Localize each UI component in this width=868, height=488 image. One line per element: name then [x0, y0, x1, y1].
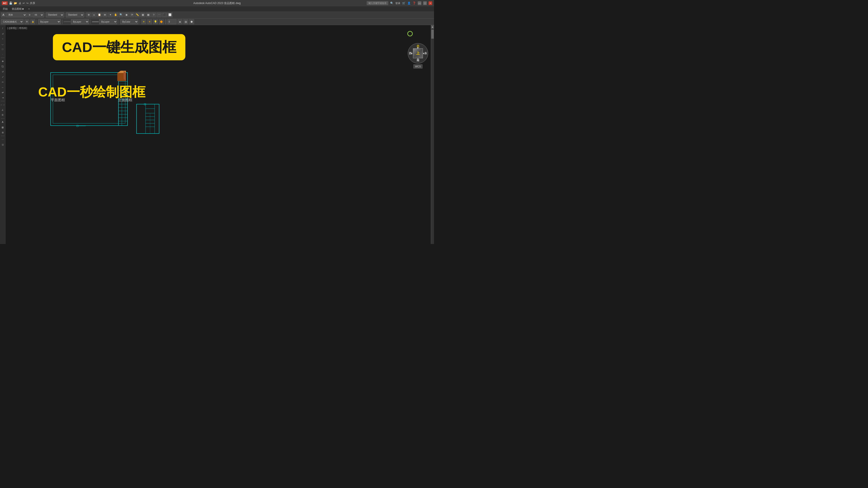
cursor-indicator: [407, 31, 413, 36]
measure-icon[interactable]: 📏: [135, 12, 140, 18]
toolbar-row2: CAD经典模式 ⚙ 🔒 ByLayer ByLayer ByLayer ByCo…: [0, 19, 434, 25]
maximize-button[interactable]: □: [423, 1, 427, 5]
svg-rect-20: [76, 125, 78, 127]
search-icon[interactable]: 🔍: [390, 2, 394, 5]
more-icon[interactable]: ⋯: [157, 12, 162, 18]
field-icon[interactable]: ⬜: [167, 12, 173, 18]
num-input[interactable]: [167, 19, 177, 24]
title-bar: AC 💾 📂 🖨 ↩ ↪ 共享 Autodesk AutoCAD 2023 壹品…: [0, 0, 434, 6]
layer-selector[interactable]: ByLayer: [38, 19, 61, 24]
minimize-button[interactable]: —: [418, 1, 421, 5]
svg-marker-18: [117, 71, 126, 73]
sun-icon[interactable]: ☀: [141, 19, 146, 24]
modify-extend-btn[interactable]: ↔: [0, 85, 5, 90]
menu-start[interactable]: 开始: [1, 7, 9, 11]
window-title: Autodesk AutoCAD 2023 壹品图框.dwg: [193, 1, 241, 5]
open-icon[interactable]: 📂: [14, 2, 17, 5]
navigation-cube[interactable]: 北 南 东 西 ▶ ▼ ▶ ◀ 上 WCS: [408, 43, 428, 68]
west-arrow[interactable]: ◀: [411, 52, 412, 55]
3d-icon[interactable]: ◉: [124, 12, 129, 18]
help-icon[interactable]: ❓: [412, 2, 416, 5]
extra1-btn[interactable]: ⋯: [0, 137, 5, 142]
table2-icon[interactable]: ▦: [146, 12, 151, 18]
view-cube-center[interactable]: 上: [413, 48, 423, 58]
help2-icon[interactable]: ?: [151, 12, 156, 18]
hatch-btn[interactable]: ▦: [0, 125, 5, 129]
yellow-banner: CAD一键生成图框: [53, 34, 185, 60]
account-icon[interactable]: 👤: [407, 2, 411, 5]
font-size-selector[interactable]: nb: [33, 12, 44, 18]
settings-icon[interactable]: ⚙: [24, 19, 29, 24]
block-icon[interactable]: ⬛: [162, 12, 167, 18]
layer-icon[interactable]: ≡: [92, 12, 96, 18]
modify-scale-btn[interactable]: ⤢: [0, 74, 5, 79]
linetype-selector[interactable]: ByLayer: [71, 19, 89, 24]
workspace-selector[interactable]: CAD经典模式: [1, 19, 24, 24]
pan-icon[interactable]: ✋: [113, 12, 118, 18]
toolbar-separator-5: [62, 20, 62, 24]
font-selector[interactable]: 黑体: [6, 12, 27, 18]
extra2-btn[interactable]: ⊡: [0, 142, 5, 147]
modify-mirror-btn[interactable]: ⇌: [0, 90, 5, 95]
font-settings-icon[interactable]: ⚙: [27, 12, 32, 18]
match-icon[interactable]: ✦: [108, 12, 113, 18]
right-scrollbar[interactable]: ▲ ▼: [431, 25, 434, 244]
undo-icon[interactable]: ↩: [23, 2, 25, 5]
lineweight-selector[interactable]: ByLayer: [99, 19, 117, 24]
table-icon[interactable]: ▦: [141, 12, 145, 18]
south-arrow[interactable]: ▼: [417, 58, 419, 60]
toolbar-row1: A 黑体 ⚙ nb Standard Standard ⊕ ≡ 📋 👁 ✦ ✋ …: [0, 11, 434, 19]
orbit-icon[interactable]: ⟳: [129, 12, 134, 18]
menu-current-file[interactable]: 壹品图框★: [10, 7, 26, 11]
login-button[interactable]: 登录: [395, 2, 400, 5]
modify-offset-btn[interactable]: ⇥: [0, 95, 5, 100]
text-icon[interactable]: A: [1, 12, 6, 18]
snap-icon[interactable]: ⊕: [86, 12, 91, 18]
light-icon[interactable]: 💡: [153, 19, 158, 24]
menu-add-tab[interactable]: +: [26, 7, 31, 11]
north-arrow[interactable]: ▶: [417, 46, 419, 49]
render2-icon[interactable]: ◈: [178, 19, 182, 24]
modify-trim-btn[interactable]: ✂: [0, 80, 5, 84]
zoom-icon[interactable]: 🔍: [119, 12, 124, 18]
redo-icon[interactable]: ↪: [26, 2, 29, 5]
block-btn[interactable]: ⊞: [0, 130, 5, 135]
save-icon[interactable]: 💾: [9, 2, 12, 5]
close-button[interactable]: ✕: [429, 1, 432, 5]
east-arrow[interactable]: ▶: [423, 52, 425, 55]
draw-point-btn[interactable]: ·: [0, 52, 5, 57]
sun2-icon[interactable]: ☀: [147, 19, 152, 24]
draw-poly-btn[interactable]: ⊿: [0, 31, 5, 36]
draw-arc-btn[interactable]: ◡: [0, 41, 5, 46]
canvas-area[interactable]: [-][俯视][二维线框] CAD一键生成图框: [5, 25, 431, 244]
style1-selector[interactable]: Standard: [46, 12, 64, 18]
scroll-up-btn[interactable]: ▲: [431, 25, 434, 29]
modify-move-btn[interactable]: ✥: [0, 59, 5, 64]
print-icon[interactable]: 🖨: [19, 2, 21, 5]
compass-rose[interactable]: 北 南 东 西 ▶ ▼ ▶ ◀ 上: [408, 43, 428, 64]
properties-icon[interactable]: 📋: [97, 12, 102, 18]
color-selector[interactable]: ByColor: [120, 19, 138, 24]
modify-copy-btn[interactable]: ⿻: [0, 64, 5, 69]
scroll-thumb[interactable]: [431, 30, 434, 39]
menu-bar: 开始 壹品图框★ +: [0, 6, 434, 11]
draw-line-btn[interactable]: /: [0, 26, 5, 31]
main-layout: / ⊿ ○ ◡ □ · ✥ ⿻ ↺ ⤢ ✂ ↔ ⇌ ⇥ ←→ ∠ R A ▦ ⊞…: [0, 25, 434, 244]
text-btn[interactable]: A: [0, 120, 5, 124]
draw-circle-btn[interactable]: ○: [0, 36, 5, 41]
left-separator-2: [1, 101, 4, 101]
view-icon[interactable]: 👁: [102, 12, 107, 18]
draw-rect-btn[interactable]: □: [0, 47, 5, 51]
lock-icon[interactable]: 🔒: [30, 19, 35, 24]
search-box[interactable]: 键入关键字或短语: [367, 1, 388, 5]
style2-selector[interactable]: Standard: [66, 12, 84, 18]
dim-radius-btn[interactable]: R: [0, 113, 5, 117]
pattern-icon[interactable]: ▤: [183, 19, 188, 24]
store-icon[interactable]: 🛒: [402, 2, 405, 5]
dim-linear-btn[interactable]: ←→: [0, 102, 5, 107]
render-icon[interactable]: 🔶: [159, 19, 164, 24]
shade-icon[interactable]: ⬟: [189, 19, 194, 24]
dim-angular-btn[interactable]: ∠: [0, 107, 5, 112]
share-icon[interactable]: 共享: [30, 1, 35, 5]
modify-rotate-btn[interactable]: ↺: [0, 69, 5, 74]
